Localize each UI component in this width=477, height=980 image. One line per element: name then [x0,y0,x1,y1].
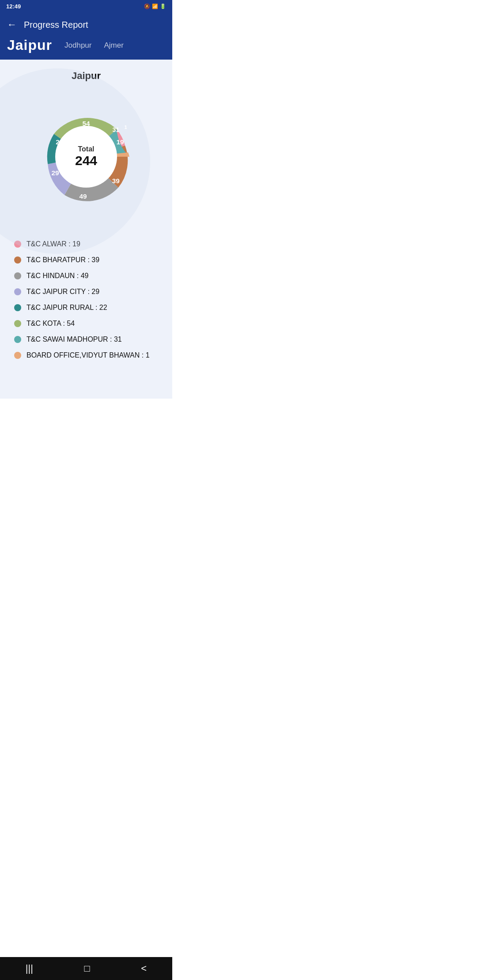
donut-center: Total 244 [75,145,97,168]
tab-row: Jaipur Jodhpur Ajmer [0,37,172,60]
legend-item: T&C JAIPUR RURAL : 22 [14,300,158,316]
legend-dot [14,288,21,295]
label-jaipur-rural: 22 [56,138,63,146]
signal-icon: 📶 [152,4,158,9]
legend-dot [14,304,21,311]
legend-item: T&C SAWAI MADHOPUR : 31 [14,332,158,347]
legend-label: T&C KOTA : 54 [26,320,75,328]
legend-dot [14,241,21,248]
content-area: Jaipur 54 22 29 49 [0,60,172,399]
top-bar: ← Progress Report [0,12,172,37]
legend-item: T&C BHARATPUR : 39 [14,252,158,268]
legend-label: T&C BHARATPUR : 39 [26,256,99,264]
status-icons: 🔕 📶 🔋 [144,4,166,9]
legend-label: T&C ALWAR : 19 [26,240,80,248]
tab-jodhpur[interactable]: Jodhpur [64,41,91,50]
legend-item: BOARD OFFICE,VIDYUT BHAWAN : 1 [14,347,158,363]
legend-label: BOARD OFFICE,VIDYUT BHAWAN : 1 [26,351,150,359]
tab-ajmer[interactable]: Ajmer [104,41,123,50]
legend-dot [14,336,21,343]
back-button[interactable]: ← [7,19,17,30]
label-sawai: 31 [112,126,119,133]
label-jaipur-city: 29 [51,169,59,177]
tab-jaipur[interactable]: Jaipur [7,37,52,53]
battery-icon: 🔋 [160,4,166,9]
legend-label: T&C JAIPUR RURAL : 22 [26,304,107,312]
page-title: Progress Report [24,20,88,30]
total-label: Total [78,145,94,153]
legend-item: T&C HINDAUN : 49 [14,268,158,284]
legend-item: T&C JAIPUR CITY : 29 [14,284,158,300]
label-hindaun: 49 [79,192,87,200]
legend-label: T&C JAIPUR CITY : 29 [26,288,99,296]
label-bharatpur: 39 [112,177,120,185]
chart-container: 54 22 29 49 39 19 31 1 Total 244 [0,86,172,232]
legend-dot [14,272,21,279]
legend: T&C ALWAR : 19T&C BHARATPUR : 39T&C HIND… [0,232,172,372]
label-alwar: 19 [116,138,124,146]
label-board: 1 [124,124,127,130]
legend-item: T&C ALWAR : 19 [14,236,158,252]
legend-label: T&C SAWAI MADHOPUR : 31 [26,335,122,343]
total-value: 244 [75,153,97,168]
mute-icon: 🔕 [144,4,150,9]
city-heading: Jaipur [0,60,172,86]
legend-dot [14,320,21,327]
legend-dot [14,352,21,359]
legend-dot [14,256,21,264]
legend-item: T&C KOTA : 54 [14,316,158,332]
status-time: 12:49 [6,3,21,10]
legend-label: T&C HINDAUN : 49 [26,272,88,280]
label-kota: 54 [82,120,90,127]
status-bar: 12:49 🔕 📶 🔋 [0,0,172,12]
